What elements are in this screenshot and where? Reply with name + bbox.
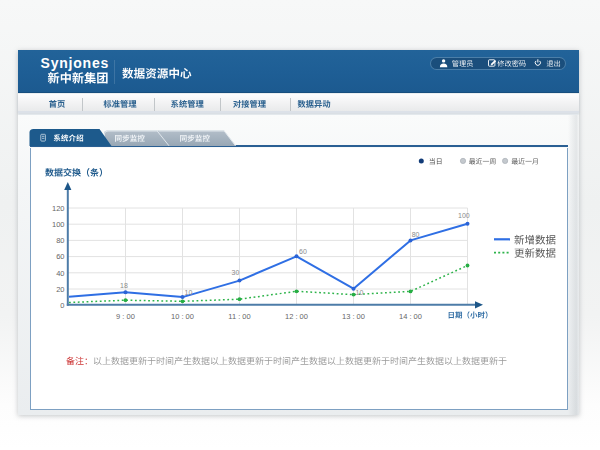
svg-text:12 : 00: 12 : 00 (285, 312, 308, 321)
svg-text:13 : 00: 13 : 00 (342, 312, 365, 321)
svg-text:10 : 00: 10 : 00 (171, 312, 194, 321)
svg-text:100: 100 (458, 212, 470, 219)
svg-text:60: 60 (56, 252, 64, 261)
svg-text:Synjones: Synjones (41, 55, 110, 71)
svg-text:120: 120 (52, 204, 65, 213)
svg-text:80: 80 (412, 231, 420, 238)
svg-text:60: 60 (299, 248, 307, 255)
svg-text:0: 0 (60, 301, 64, 310)
svg-text:80: 80 (56, 236, 64, 245)
svg-text:10: 10 (185, 289, 193, 296)
svg-text:40: 40 (56, 269, 64, 278)
svg-text:18: 18 (120, 282, 128, 289)
svg-text:11 : 00: 11 : 00 (228, 312, 250, 321)
svg-text:20: 20 (56, 285, 64, 294)
svg-text:30: 30 (232, 269, 240, 276)
svg-text:100: 100 (52, 220, 65, 229)
svg-text:9 : 00: 9 : 00 (116, 312, 135, 321)
svg-text:10: 10 (356, 289, 364, 296)
svg-text:14 : 00: 14 : 00 (399, 312, 422, 321)
